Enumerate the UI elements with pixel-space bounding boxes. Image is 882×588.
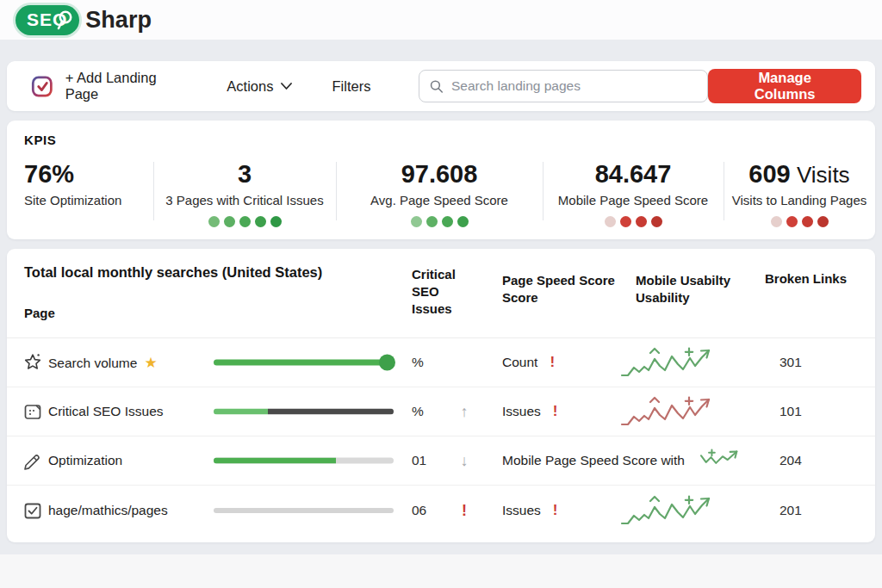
kpi-label: Visits to Landing Pages bbox=[724, 193, 875, 207]
kpi-label: 3 Pages with Critical Issues bbox=[153, 193, 336, 207]
column-header-page-speed-score: Page Speed Score Score bbox=[502, 272, 633, 306]
kpi-status-dot bbox=[457, 216, 469, 227]
kpi-value: 76% bbox=[24, 160, 153, 189]
alert-icon: ! bbox=[550, 354, 555, 371]
kpi-visits: 609 Visits Visits to Landing Pages bbox=[724, 155, 875, 228]
kpi-site-optimization: 76% Site Optimization bbox=[7, 155, 153, 228]
slider-knob[interactable] bbox=[379, 355, 395, 371]
search-input[interactable] bbox=[451, 78, 697, 94]
alert-icon: ! bbox=[455, 501, 474, 519]
speed-score-text: Issues bbox=[502, 404, 541, 419]
speed-score-cell: Issues ! bbox=[502, 502, 557, 519]
kpi-visits-number: 609 bbox=[748, 160, 790, 188]
speed-score-text: Mobile Page Speed Score with bbox=[502, 453, 685, 468]
kpi-dots bbox=[336, 216, 543, 228]
column-header-critical-seo-issues: Critical SEO Issues bbox=[412, 266, 467, 317]
page-name-text: Search volume bbox=[48, 355, 137, 370]
usability-sparkline bbox=[601, 345, 737, 380]
kpi-status-dot bbox=[239, 216, 251, 227]
kpi-status-dot bbox=[605, 216, 616, 227]
pencil-icon[interactable] bbox=[21, 450, 45, 471]
gold-star-icon: ★ bbox=[144, 354, 157, 372]
page-name-text: Optimization bbox=[48, 453, 122, 468]
kpi-label: Avg. Page Speed Score bbox=[336, 193, 543, 207]
arrow-down-icon: ↓ bbox=[455, 452, 474, 470]
page-name[interactable]: Critical SEO Issues bbox=[48, 404, 164, 419]
kpi-visits-suffix: Visits bbox=[791, 162, 850, 188]
kpi-row: 76% Site Optimization 3 3 Pages with Cri… bbox=[7, 155, 875, 228]
kpi-mobile-page-speed: 84.647 Mobile Page Speed Score bbox=[543, 155, 724, 228]
page-name[interactable]: Optimization bbox=[48, 453, 122, 468]
column-header-mobile-usability: Mobile Usabilty Usability bbox=[636, 272, 741, 306]
broken-links-value: 301 bbox=[780, 355, 802, 370]
speed-score-text: Issues bbox=[502, 503, 541, 518]
speed-score-cell: Issues ! bbox=[502, 403, 557, 420]
actions-dropdown[interactable]: Actions bbox=[227, 78, 292, 95]
logo-seo-pill: SEO bbox=[16, 5, 79, 35]
kpi-status-dot bbox=[411, 216, 422, 227]
critical-issues-value: % bbox=[412, 355, 424, 370]
kpi-value: 97.608 bbox=[336, 160, 543, 189]
broken-links-value: 204 bbox=[780, 453, 802, 468]
kpi-status-dot bbox=[426, 216, 438, 227]
progress-bar bbox=[214, 508, 394, 513]
kpi-value: 3 bbox=[153, 160, 336, 189]
progress-bar bbox=[214, 409, 394, 415]
toolbar: + Add Landing Page Actions Filters Manag… bbox=[7, 61, 875, 111]
column-header-page: Page bbox=[24, 306, 55, 320]
filters-button[interactable]: Filters bbox=[332, 78, 370, 95]
critical-issues-value: % bbox=[412, 404, 424, 419]
checkbox-checked-icon[interactable] bbox=[21, 500, 45, 521]
chevron-down-icon bbox=[281, 83, 292, 90]
kpi-heading: KPIS bbox=[24, 133, 56, 147]
alert-icon: ! bbox=[553, 502, 558, 519]
actions-label: Actions bbox=[227, 78, 273, 95]
page-name[interactable]: hage/mathics/pages bbox=[48, 503, 168, 518]
kpi-status-dot bbox=[224, 216, 235, 227]
issues-grid-icon[interactable] bbox=[21, 401, 45, 422]
kpi-status-dot bbox=[817, 216, 829, 227]
landing-page-gradient-icon bbox=[31, 75, 53, 98]
progress-bar bbox=[214, 458, 394, 464]
search-icon bbox=[430, 79, 444, 94]
table-title: Total local monthly searches (United Sta… bbox=[24, 264, 322, 281]
kpi-status-dot bbox=[208, 216, 220, 227]
kpi-value: 609 Visits bbox=[724, 160, 875, 189]
logo-brand-text: Sharp bbox=[85, 7, 152, 34]
kpi-status-dot bbox=[802, 216, 813, 227]
kpi-status-dot bbox=[636, 216, 647, 227]
critical-issues-value: 01 bbox=[412, 453, 426, 468]
table-header: Total local monthly searches (United Sta… bbox=[7, 249, 875, 338]
kpi-label: Mobile Page Speed Score bbox=[543, 193, 724, 207]
speed-score-cell: Count ! bbox=[502, 354, 555, 371]
usability-sparkline bbox=[601, 493, 737, 528]
kpi-status-dot bbox=[255, 216, 266, 227]
top-header: SEO Sharp bbox=[0, 0, 882, 40]
kpi-panel: KPIS 76% Site Optimization 3 3 Pages wit… bbox=[7, 121, 875, 239]
usability-sparkline bbox=[601, 394, 737, 429]
column-header-broken-links: Broken Links bbox=[765, 270, 868, 288]
kpi-status-dot bbox=[786, 216, 798, 227]
page-name[interactable]: Search volume ★ bbox=[48, 354, 158, 372]
kpi-status-dot bbox=[620, 216, 631, 227]
page-name-text: Critical SEO Issues bbox=[48, 404, 164, 419]
app-window: SEO Sharp + Add Landing Page Actions Fil… bbox=[0, 0, 882, 588]
kpi-avg-page-speed: 97.608 Avg. Page Speed Score bbox=[336, 155, 543, 228]
magnifier-icon bbox=[56, 9, 73, 32]
manage-columns-button[interactable]: Manage Columns bbox=[708, 69, 861, 103]
table-row: hage/mathics/pages 06 ! Issues ! 201 bbox=[7, 486, 875, 535]
add-landing-page-button[interactable]: + Add Landing Page bbox=[65, 70, 188, 102]
critical-issues-value: 06 bbox=[412, 503, 426, 518]
kpi-dots bbox=[153, 216, 336, 228]
arrow-up-icon: ↑ bbox=[455, 403, 474, 421]
search-box[interactable] bbox=[419, 70, 708, 102]
kpi-status-dot bbox=[270, 216, 282, 227]
optimization-slider bbox=[214, 360, 394, 366]
table-row: Optimization 01 ↓ Mobile Page Speed Scor… bbox=[7, 436, 875, 486]
kpi-critical-pages: 3 3 Pages with Critical Issues bbox=[153, 155, 336, 228]
favorite-star-icon[interactable] bbox=[21, 352, 45, 373]
page-name-text: hage/mathics/pages bbox=[48, 503, 168, 518]
kpi-status-dot bbox=[442, 216, 453, 227]
speed-score-cell: Mobile Page Speed Score with bbox=[502, 448, 745, 473]
speed-score-text: Count bbox=[502, 355, 537, 370]
